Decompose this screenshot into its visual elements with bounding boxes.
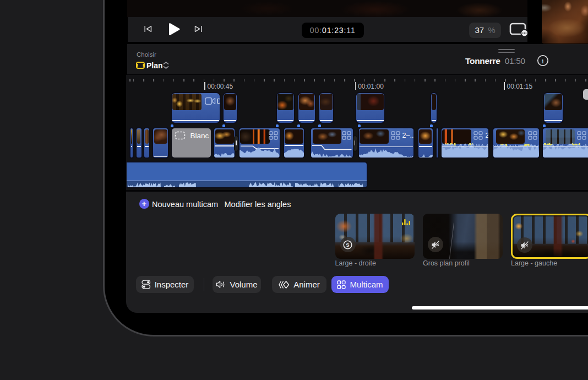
svg-text:i: i: [542, 57, 544, 65]
svg-text:S: S: [346, 242, 349, 248]
